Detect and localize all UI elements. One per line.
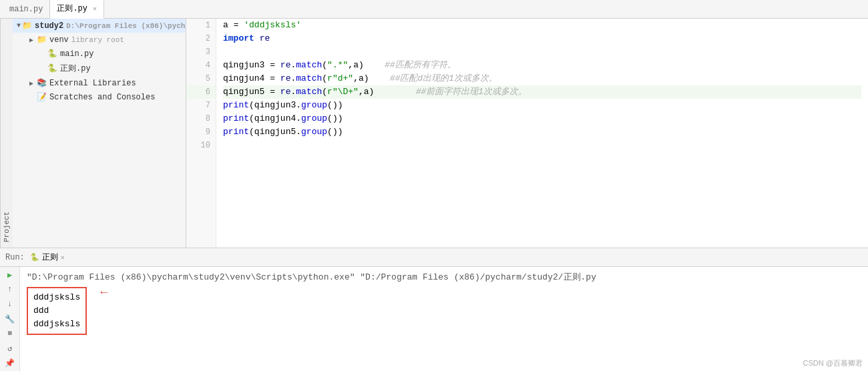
tab-close-icon[interactable]: ✕ xyxy=(93,5,97,13)
sidebar: ▼ 📁 study2 D:\Program Files (x86)\pychar… xyxy=(13,19,186,248)
line-num-8: 8 xyxy=(186,112,216,125)
arrow-icon: ▼ xyxy=(17,22,21,29)
folder-icon: 📁 xyxy=(22,21,32,31)
scratches-icon: 📝 xyxy=(37,92,47,102)
tab-zhengze-py-label: 正则.py xyxy=(57,3,87,14)
run-play-button[interactable]: ▶ xyxy=(3,270,17,280)
bottom-panel: Run: 🐍 正则 ✕ ▶ ↑ ↓ 🔧 ■ ↺ 📌 "D:\Program Fi… xyxy=(0,248,868,371)
line-num-3: 3 xyxy=(186,45,216,59)
sidebar-item-main-py[interactable]: 🐍 main.py xyxy=(13,47,186,61)
sidebar-item-scratches[interactable]: 📝 Scratches and Consoles xyxy=(13,90,186,104)
run-tab-close-icon[interactable]: ✕ xyxy=(61,254,65,262)
code-line-4: qingjun3 = re.match(".*",a) ##匹配所有字符。 xyxy=(223,59,861,72)
code-line-10 xyxy=(223,139,861,152)
sidebar-item-study2[interactable]: ▼ 📁 study2 D:\Program Files (x86)\pychar… xyxy=(13,19,186,33)
ext-libs-arrow: ▶ xyxy=(27,79,35,87)
editor-area: 1 2 3 4 5 6 7 8 9 10 a = 'dddjsksls' imp… xyxy=(186,19,868,248)
zhengze-py-icon: 🐍 xyxy=(47,63,57,73)
line-num-5: 5 xyxy=(186,72,216,85)
project-panel-label[interactable]: Project xyxy=(0,19,13,248)
run-pin-button[interactable]: 📌 xyxy=(3,358,17,368)
sidebar-venv-sub: library root xyxy=(71,36,124,44)
line-num-1: 1 xyxy=(186,19,216,32)
code-line-5: qingjun4 = re.match(r"d+",a) ##匹配d出现的1次或… xyxy=(223,72,861,85)
sidebar-project-name: study2 xyxy=(35,21,63,31)
sidebar-project-path: D:\Program Files (x86)\pycharm\study2 xyxy=(66,22,186,30)
tab-zhengze-py[interactable]: 正则.py ✕ xyxy=(50,0,104,19)
line-num-10: 10 xyxy=(186,139,216,152)
ext-libs-icon: 📚 xyxy=(37,78,47,88)
code-line-9: print(qingjun5.group()) xyxy=(223,125,861,139)
main-py-icon: 🐍 xyxy=(47,49,57,59)
output-container: dddjsksls ddd dddjsksls ← xyxy=(27,286,861,335)
sidebar-item-zhengze-py[interactable]: 🐍 正则.py xyxy=(13,61,186,76)
venv-arrow-icon: ▶ xyxy=(27,36,35,44)
main-content: Project ▼ 📁 study2 D:\Program Files (x86… xyxy=(0,19,868,248)
sidebar-item-ext-libs[interactable]: ▶ 📚 External Libraries xyxy=(13,76,186,90)
run-scroll-down-button[interactable]: ↓ xyxy=(3,299,17,310)
output-line-3: dddjsksls xyxy=(33,318,80,331)
run-left-toolbar: ▶ ↑ ↓ 🔧 ■ ↺ 📌 xyxy=(0,267,20,371)
sidebar-main-py-label: main.py xyxy=(60,49,93,59)
run-tab-icon: 🐍 xyxy=(30,253,39,262)
tab-main-py-label: main.py xyxy=(9,5,43,14)
sidebar-ext-libs-label: External Libraries xyxy=(49,79,136,88)
run-tabs: Run: 🐍 正则 ✕ xyxy=(0,248,868,267)
code-line-2: import re xyxy=(223,32,861,45)
code-line-3 xyxy=(223,45,861,59)
venv-folder-icon: 📁 xyxy=(37,35,47,45)
arrow-indicator-icon: ← xyxy=(100,286,107,299)
run-scroll-up-button[interactable]: ↑ xyxy=(3,284,17,295)
output-line-2: ddd xyxy=(33,304,80,318)
editor-content: 1 2 3 4 5 6 7 8 9 10 a = 'dddjsksls' imp… xyxy=(186,19,868,248)
run-stop-button[interactable]: ■ xyxy=(3,328,17,339)
output-line-1: dddjsksls xyxy=(33,291,80,304)
line-num-4: 4 xyxy=(186,59,216,72)
code-line-7: print(qingjun3.group()) xyxy=(223,99,861,112)
code-editor[interactable]: a = 'dddjsksls' import re qingjun3 = re.… xyxy=(216,19,868,248)
sidebar-item-venv[interactable]: ▶ 📁 venv library root xyxy=(13,33,186,47)
run-terminal: "D:\Program Files (x86)\pycharm\study2\v… xyxy=(20,267,868,371)
watermark: CSDN @百慕卿君 xyxy=(803,358,863,368)
sidebar-scratches-label: Scratches and Consoles xyxy=(49,93,155,102)
run-tab-zhengze[interactable]: 🐍 正则 ✕ xyxy=(30,252,65,263)
sidebar-venv-label: venv xyxy=(49,35,69,45)
code-line-6: qingjun5 = re.match(r"\D+",a) ##前面字符出现1次… xyxy=(223,85,861,99)
output-box: dddjsksls ddd dddjsksls xyxy=(27,287,87,335)
run-wrench-button[interactable]: 🔧 xyxy=(3,314,17,324)
run-rerun-button[interactable]: ↺ xyxy=(3,343,17,354)
line-num-7: 7 xyxy=(186,99,216,112)
code-line-8: print(qingjun4.group()) xyxy=(223,112,861,125)
run-cmd: "D:\Program Files (x86)\pycharm\study2\v… xyxy=(27,271,861,283)
line-num-6: 6 xyxy=(186,85,216,99)
run-tab-name: 正则 xyxy=(42,252,58,263)
top-tab-bar: main.py 正则.py ✕ xyxy=(0,0,868,19)
run-label: Run: xyxy=(5,253,25,262)
code-line-1: a = 'dddjsksls' xyxy=(223,19,861,32)
line-num-2: 2 xyxy=(186,32,216,45)
run-content: ▶ ↑ ↓ 🔧 ■ ↺ 📌 "D:\Program Files (x86)\py… xyxy=(0,267,868,371)
tab-main-py[interactable]: main.py xyxy=(3,0,50,19)
sidebar-zhengze-label: 正则.py xyxy=(60,63,91,74)
line-num-9: 9 xyxy=(186,125,216,139)
line-numbers: 1 2 3 4 5 6 7 8 9 10 xyxy=(186,19,216,248)
